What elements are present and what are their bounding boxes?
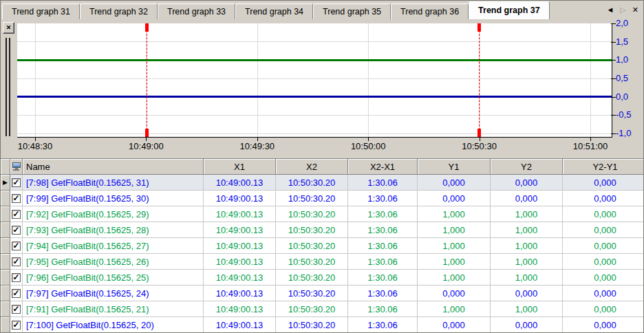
cursor-handle-top[interactable] xyxy=(145,23,149,32)
measure-cursor-2[interactable] xyxy=(479,23,480,137)
cell-y1[interactable]: 1,000 xyxy=(418,222,491,238)
cell-y2-y1[interactable]: 0,000 xyxy=(563,206,644,222)
cell-y1[interactable]: 1,000 xyxy=(418,301,491,317)
cell-x2[interactable]: 10:50:30.20 xyxy=(276,206,348,222)
cell-y2-y1[interactable]: 0,000 xyxy=(563,286,644,301)
row-selector-cell[interactable] xyxy=(1,317,10,333)
cell-x1[interactable]: 10:49:00.13 xyxy=(204,254,276,270)
visible-checkbox-cell[interactable]: ✓ xyxy=(10,238,23,254)
column-header-y2[interactable]: Y2 xyxy=(491,159,563,175)
measure-cursor-1[interactable] xyxy=(147,23,147,137)
visible-checkbox-cell[interactable]: ✓ xyxy=(10,254,23,270)
cell-y2-y1[interactable]: 0,000 xyxy=(563,175,644,191)
cell-name[interactable]: [7:95] GetFloatBit(0.15625, 26) xyxy=(23,254,204,270)
cell-y1[interactable]: 1,000 xyxy=(418,238,491,254)
cell-name[interactable]: [7:98] GetFloatBit(0.15625, 31) xyxy=(23,175,204,191)
cell-x2[interactable]: 10:50:30.20 xyxy=(276,270,348,286)
cell-x2-x1[interactable]: 1:30.06 xyxy=(348,206,418,222)
tab-scroll-left-icon[interactable]: ◄ xyxy=(606,6,614,14)
column-header-y1[interactable]: Y1 xyxy=(418,159,491,175)
cell-y1[interactable]: 1,000 xyxy=(418,206,491,222)
cell-x2-x1[interactable]: 1:30.06 xyxy=(348,191,418,206)
cell-x2[interactable]: 10:50:30.20 xyxy=(276,238,348,254)
cell-y2[interactable]: 0,000 xyxy=(491,317,563,333)
visible-checkbox-cell[interactable]: ✓ xyxy=(10,286,23,301)
cursor-handle-bottom[interactable] xyxy=(145,129,149,137)
cell-name[interactable]: [7:99] GetFloatBit(0.15625, 30) xyxy=(23,191,204,206)
tab-trend-graph-34[interactable]: Trend graph 34 xyxy=(235,3,313,19)
table-row[interactable]: ✓[7:95] GetFloatBit(0.15625, 26)10:49:00… xyxy=(1,254,644,270)
row-selector-cell[interactable] xyxy=(1,206,10,222)
cell-x2-x1[interactable]: 1:30.06 xyxy=(348,222,418,238)
header-visible-column[interactable] xyxy=(10,159,23,175)
cell-x2[interactable]: 10:50:30.20 xyxy=(276,286,348,301)
cell-x2-x1[interactable]: 1:30.06 xyxy=(348,270,418,286)
visible-checkbox[interactable]: ✓ xyxy=(12,257,21,266)
cell-y1[interactable]: 0,000 xyxy=(418,286,491,301)
column-header-y2-y1[interactable]: Y2-Y1 xyxy=(563,159,644,175)
column-header-name[interactable]: Name xyxy=(23,159,204,175)
table-row[interactable]: ✓[7:100] GetFloatBit(0.15625, 20)10:49:0… xyxy=(1,317,644,333)
cell-y1[interactable]: 1,000 xyxy=(418,254,491,270)
cell-y1[interactable]: 0,000 xyxy=(418,317,491,333)
table-row[interactable]: ✓[7:94] GetFloatBit(0.15625, 27)10:49:00… xyxy=(1,238,644,254)
visible-checkbox[interactable]: ✓ xyxy=(12,210,21,219)
column-header-x2-x1[interactable]: X2-X1 xyxy=(348,159,418,175)
cell-x1[interactable]: 10:49:00.13 xyxy=(204,238,276,254)
chart-close-button[interactable]: ✕ xyxy=(3,22,14,34)
row-selector-cell[interactable] xyxy=(1,191,10,206)
row-selector-cell[interactable] xyxy=(1,238,10,254)
cell-name[interactable]: [7:94] GetFloatBit(0.15625, 27) xyxy=(23,238,204,254)
row-selector-cell[interactable] xyxy=(1,301,10,317)
cell-x1[interactable]: 10:49:00.13 xyxy=(204,270,276,286)
cell-y2[interactable]: 1,000 xyxy=(491,270,563,286)
cell-y2[interactable]: 0,000 xyxy=(491,286,563,301)
cell-x2[interactable]: 10:50:30.20 xyxy=(276,317,348,333)
cell-y2[interactable]: 0,000 xyxy=(491,191,563,206)
cursor-handle-bottom[interactable] xyxy=(477,129,481,137)
visible-checkbox[interactable]: ✓ xyxy=(12,194,21,203)
visible-checkbox-cell[interactable]: ✓ xyxy=(10,301,23,317)
table-row[interactable]: ✓[7:96] GetFloatBit(0.15625, 25)10:49:00… xyxy=(1,270,644,286)
cell-y2-y1[interactable]: 0,000 xyxy=(563,270,644,286)
cell-x2-x1[interactable]: 1:30.06 xyxy=(348,254,418,270)
cell-y2[interactable]: 1,000 xyxy=(491,254,563,270)
cell-name[interactable]: [7:92] GetFloatBit(0.15625, 29) xyxy=(23,206,204,222)
cell-x2[interactable]: 10:50:30.20 xyxy=(276,175,348,191)
cell-y1[interactable]: 0,000 xyxy=(418,175,491,191)
table-row[interactable]: ✓[7:92] GetFloatBit(0.15625, 29)10:49:00… xyxy=(1,206,644,222)
cell-x1[interactable]: 10:49:00.13 xyxy=(204,206,276,222)
cell-name[interactable]: [7:100] GetFloatBit(0.15625, 20) xyxy=(23,317,204,333)
tab-close-icon[interactable]: ✕ xyxy=(632,6,638,14)
cell-y2[interactable]: 1,000 xyxy=(491,222,563,238)
cell-y2-y1[interactable]: 0,000 xyxy=(563,191,644,206)
visible-checkbox-cell[interactable]: ✓ xyxy=(10,206,23,222)
visible-checkbox[interactable]: ✓ xyxy=(12,321,21,330)
cell-x1[interactable]: 10:49:00.13 xyxy=(204,222,276,238)
visible-checkbox[interactable]: ✓ xyxy=(12,273,21,282)
row-selector-cell[interactable] xyxy=(1,222,10,238)
row-selector-cell[interactable]: ▶ xyxy=(1,175,10,191)
row-selector-cell[interactable] xyxy=(1,286,10,301)
cell-name[interactable]: [7:97] GetFloatBit(0.15625, 24) xyxy=(23,286,204,301)
cell-x2-x1[interactable]: 1:30.06 xyxy=(348,175,418,191)
cell-x2[interactable]: 10:50:30.20 xyxy=(276,222,348,238)
cursor-handle-top[interactable] xyxy=(477,23,481,32)
tab-trend-graph-33[interactable]: Trend graph 33 xyxy=(158,3,235,19)
tab-trend-graph-35[interactable]: Trend graph 35 xyxy=(313,3,391,19)
visible-checkbox[interactable]: ✓ xyxy=(12,289,21,298)
cell-x1[interactable]: 10:49:00.13 xyxy=(204,175,276,191)
row-selector-cell[interactable] xyxy=(1,270,10,286)
cell-x2[interactable]: 10:50:30.20 xyxy=(276,254,348,270)
cell-y2[interactable]: 1,000 xyxy=(491,301,563,317)
visible-checkbox-cell[interactable]: ✓ xyxy=(10,175,23,191)
tab-trend-graph-32[interactable]: Trend graph 32 xyxy=(80,3,158,19)
cell-x2-x1[interactable]: 1:30.06 xyxy=(348,317,418,333)
tab-trend-graph-36[interactable]: Trend graph 36 xyxy=(391,3,469,19)
cell-x2[interactable]: 10:50:30.20 xyxy=(276,301,348,317)
visible-checkbox[interactable]: ✓ xyxy=(12,226,21,235)
visible-checkbox-cell[interactable]: ✓ xyxy=(10,270,23,286)
visible-checkbox-cell[interactable]: ✓ xyxy=(10,317,23,333)
cell-y2-y1[interactable]: 0,000 xyxy=(563,238,644,254)
visible-checkbox[interactable]: ✓ xyxy=(12,178,21,187)
